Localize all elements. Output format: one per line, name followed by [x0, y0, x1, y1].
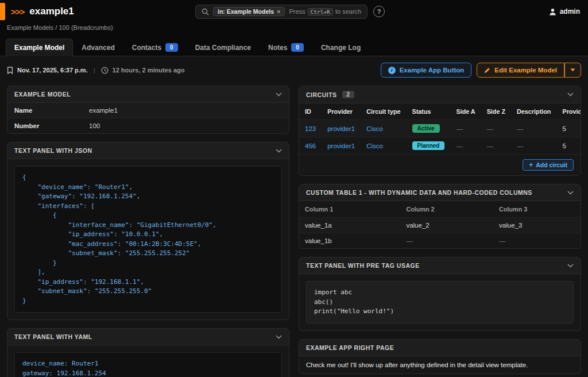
bookmark-icon[interactable] [7, 67, 13, 74]
table-row: value_1a value_2 value_3 [299, 218, 581, 233]
panel-pre-tag-header: TEXT PANEL WITH PRE TAG USAGE [299, 257, 581, 274]
chevron-down-icon[interactable] [567, 264, 574, 268]
contacts-count-badge: 0 [165, 43, 178, 52]
pre-code-block: import abc abc() print("Hello world!") [306, 281, 574, 324]
column-header-1: Column 1 [299, 201, 400, 218]
tab-data-compliance[interactable]: Data Compliance [187, 39, 260, 56]
search-scope-label: in: Example Models [218, 8, 274, 15]
provider-link[interactable]: provider1 [327, 125, 355, 132]
search-area: in: Example Models × Press Ctrl+K to sea… [195, 5, 385, 19]
circuits-table-body: 123 provider1 Cisco Active — — — 5 456 p… [299, 120, 581, 155]
panel-title: EXAMPLE MODEL [14, 91, 71, 98]
add-circuit-button[interactable]: + Add circuit [523, 159, 574, 171]
panel-circuits-header: CIRCUITS 2 [299, 86, 581, 103]
circuit-type-link[interactable]: Cisco [366, 143, 383, 149]
panel-example-model: EXAMPLE MODEL Name example1 Number 100 [7, 86, 289, 134]
object-actions: i Example App Button Edit Example Model [381, 63, 581, 78]
page: >>> example1 in: Example Models × Press … [0, 0, 588, 377]
side-a-value: — [450, 137, 481, 155]
chevron-down-icon[interactable] [567, 93, 574, 97]
brand-area: >>> example1 [0, 3, 195, 20]
tab-advanced[interactable]: Advanced [73, 39, 123, 56]
column-header-description: Description [511, 103, 556, 120]
chevron-down-icon[interactable] [276, 93, 282, 97]
right-column: CIRCUITS 2 ID Provider Circuit type Stat… [299, 86, 581, 377]
chip-close-icon[interactable]: × [277, 8, 280, 15]
left-column: EXAMPLE MODEL Name example1 Number 100 [7, 86, 289, 377]
tab-example-model[interactable]: Example Model [6, 39, 73, 56]
circuits-table: ID Provider Circuit type Status Side A S… [299, 103, 581, 154]
column-header-provider: Provider [322, 103, 361, 120]
panel-right-page-header: EXAMPLE APP RIGHT PAGE [299, 340, 581, 356]
panel-title: TEXT PANEL WITH JSON [14, 147, 92, 154]
pre-code-wrap: import abc abc() print("Hello world!") [299, 274, 581, 330]
app-logo-icon[interactable]: >>> [11, 7, 24, 17]
chevron-down-icon[interactable] [276, 149, 282, 153]
edit-dropdown-button[interactable] [564, 63, 581, 78]
edit-example-model-button[interactable]: Edit Example Model [477, 63, 564, 78]
clock-icon [101, 67, 109, 74]
panel-custom-table: CUSTOM TABLE 1 - WITH DYNAMIC DATA AND H… [299, 184, 581, 249]
circuits-table-head: ID Provider Circuit type Status Side A S… [299, 103, 581, 120]
object-meta-row: Nov. 17, 2025, 6:37 p.m. | 12 hours, 2 m… [0, 56, 588, 83]
chevron-down-icon[interactable] [567, 191, 574, 195]
edit-split-button: Edit Example Model [477, 63, 581, 78]
side-z-value: — [481, 120, 511, 137]
circuits-panel-footer: + Add circuit [299, 154, 581, 175]
column-header-provider-asn: Provider ASN [556, 103, 581, 120]
circuit-id-link[interactable]: 123 [305, 125, 316, 132]
panel-custom-table-header: CUSTOM TABLE 1 - WITH DYNAMIC DATA AND H… [299, 184, 581, 201]
cell-value: value_2 [400, 218, 493, 233]
circuit-type-link[interactable]: Cisco [366, 125, 383, 132]
tab-contacts[interactable]: Contacts 0 [123, 38, 187, 56]
ctrl-k-kbd: Ctrl+K [308, 8, 333, 16]
yaml-code-wrap: device_name: Router1 gateway: 192.168.1.… [7, 345, 289, 377]
tab-notes[interactable]: Notes 0 [260, 38, 312, 56]
custom-table-body: value_1a value_2 value_3 value_1b — — [299, 218, 581, 249]
circuit-id-link[interactable]: 456 [305, 143, 316, 149]
placeholder-suffix: to search [335, 8, 361, 15]
provider-asn-value: 5 [556, 137, 581, 155]
info-icon: i [388, 67, 396, 74]
cell-value: value_3 [493, 218, 581, 233]
user-icon [549, 8, 556, 16]
panel-text-yaml-header: TEXT PANEL WITH YAML [7, 329, 289, 345]
example-app-button[interactable]: i Example App Button [381, 63, 472, 78]
panel-text-yaml: TEXT PANEL WITH YAML device_name: Router… [7, 328, 289, 377]
column-header-id: ID [299, 103, 322, 120]
search-input[interactable]: in: Example Models × Press Ctrl+K to sea… [195, 5, 368, 19]
tab-label: Advanced [82, 44, 114, 52]
panel-example-model-header: EXAMPLE MODEL [7, 86, 289, 103]
cell-value: value_1b [299, 233, 400, 249]
breadcrumb[interactable]: Example Models / 100 (Breadcrumbs) [0, 23, 588, 36]
table-row: value_1b — — [299, 233, 581, 249]
column-header-2: Column 2 [400, 201, 493, 218]
json-code-wrap: { "device_name": "Router1", "gateway": "… [7, 159, 289, 320]
top-bar: >>> example1 in: Example Models × Press … [0, 0, 588, 23]
tab-change-log[interactable]: Change Log [312, 39, 369, 56]
tab-label: Data Compliance [195, 44, 251, 52]
tab-bar: Example Model Advanced Contacts 0 Data C… [0, 36, 588, 56]
pencil-icon [484, 67, 490, 74]
edit-button-label: Edit Example Model [494, 67, 557, 74]
panel-circuits: CIRCUITS 2 ID Provider Circuit type Stat… [299, 86, 581, 176]
tab-label: Change Log [321, 44, 361, 52]
tab-label: Contacts [132, 44, 161, 52]
field-label: Number [14, 122, 89, 129]
chevron-down-icon[interactable] [276, 335, 282, 339]
panel-title: CIRCUITS [306, 91, 337, 98]
field-row-number: Number 100 [7, 118, 289, 133]
content-area: EXAMPLE MODEL Name example1 Number 100 [0, 83, 588, 377]
help-button[interactable]: ? [373, 6, 385, 17]
field-row-name: Name example1 [7, 103, 289, 118]
status-badge: Planned [412, 141, 445, 150]
plus-icon: + [529, 161, 533, 168]
search-scope-chip[interactable]: in: Example Models × [213, 7, 285, 16]
panel-pre-tag: TEXT PANEL WITH PRE TAG USAGE import abc… [299, 257, 581, 331]
search-placeholder: Press Ctrl+K to search [289, 8, 361, 16]
column-header-circuit-type: Circuit type [361, 103, 406, 120]
field-list: Name example1 Number 100 [7, 103, 289, 133]
cell-value: — [400, 233, 493, 249]
user-menu[interactable]: admin [385, 7, 588, 16]
provider-link[interactable]: provider1 [327, 143, 355, 149]
